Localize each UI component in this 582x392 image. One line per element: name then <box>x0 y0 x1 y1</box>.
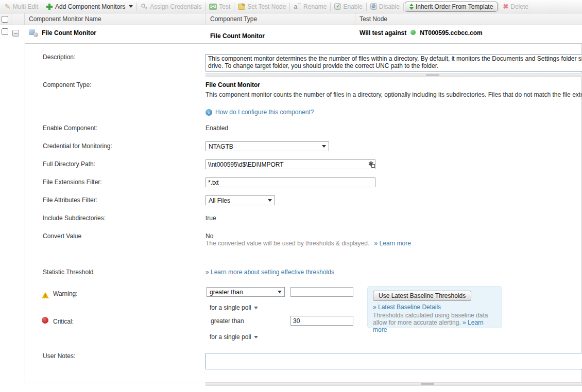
add-component-monitors-button[interactable]: Add Component Monitors <box>43 2 135 11</box>
column-header-type[interactable]: Component Type <box>206 13 355 25</box>
add-component-monitors-label: Add Component Monitors <box>55 3 125 10</box>
delete-button[interactable]: Delete <box>500 2 531 11</box>
multi-edit-label: Multi Edit <box>13 3 38 10</box>
chevron-down-icon <box>254 307 258 309</box>
credential-select[interactable]: NTAGTB <box>206 141 329 151</box>
test-button[interactable]: Test <box>207 2 233 11</box>
user-notes-textarea[interactable] <box>206 353 582 369</box>
component-type-value: File Count Monitor <box>206 81 260 88</box>
delete-x-icon <box>503 3 508 10</box>
user-notes-resize-handle[interactable] <box>206 382 582 386</box>
disable-slash-icon <box>370 3 377 10</box>
row-checkbox-cell <box>0 25 11 43</box>
test-icon <box>209 4 217 10</box>
enable-component-value: Enabled <box>206 124 228 132</box>
description-resize-handle[interactable] <box>206 73 582 77</box>
chevron-down-icon <box>129 5 133 8</box>
convert-value-value: No <box>206 233 213 240</box>
toolbar-separator <box>205 3 206 11</box>
text-cursor-icon <box>297 3 301 10</box>
chevron-down-icon <box>278 291 282 293</box>
convert-value-note-row: The converted value will be used by thre… <box>206 240 411 247</box>
baseline-thresholds-box: Use Latest Baseline Thresholds » Latest … <box>367 286 502 328</box>
inherit-order-label: Inherit Order From Template <box>416 3 493 10</box>
header-expand-cell <box>11 13 25 25</box>
toolbar-separator <box>330 3 331 11</box>
critical-poll-dropdown[interactable]: for a single poll <box>210 333 258 341</box>
row-test-node-cell: Will test against NT000595.ccbcc.com <box>355 25 582 43</box>
component-type-label: Component Type: <box>43 81 92 88</box>
component-monitor-name: File Count Monitor <box>42 29 96 37</box>
set-test-node-button[interactable]: Set Test Node <box>235 2 288 11</box>
attributes-filter-select[interactable]: All Files <box>206 195 275 205</box>
delete-label: Delete <box>510 3 528 10</box>
convert-value-note: The converted value will be used by thre… <box>206 240 369 247</box>
enable-button[interactable]: Enable <box>332 2 365 11</box>
baseline-note-row: Thresholds calculated using baseline dat… <box>373 312 498 333</box>
insert-variable-icon[interactable] <box>368 161 374 168</box>
warning-poll-label: for a single poll <box>210 304 251 311</box>
threshold-learn-more-link[interactable]: » Learn more about setting effective thr… <box>206 269 334 276</box>
toolbar-separator <box>136 3 137 11</box>
column-header-name[interactable]: Component Monitor Name <box>25 13 206 25</box>
assign-credentials-label: Assign Credentials <box>150 3 201 10</box>
directory-path-label: Full Directory Path: <box>43 161 95 168</box>
toolbar-separator <box>289 3 290 11</box>
table-row: File Count Monitor File Count Monitor Wi… <box>0 25 582 43</box>
component-monitor-editor: Multi Edit Add Component Monitors Assign… <box>0 0 582 392</box>
directory-path-input[interactable] <box>206 159 375 169</box>
rename-icon: a <box>294 3 301 10</box>
row-checkbox[interactable] <box>2 28 8 35</box>
warning-operator-value: greater than <box>210 289 243 296</box>
warning-operator-select[interactable]: greater than <box>207 287 285 297</box>
warning-icon <box>42 292 49 298</box>
row-type-cell: File Count Monitor <box>206 25 355 43</box>
test-node-name: NT000595.ccbcc.com <box>420 29 482 37</box>
latest-baseline-details-link[interactable]: » Latest Baseline Details <box>373 304 441 311</box>
credential-selected-value: NTAGTB <box>209 143 233 150</box>
row-name-cell: File Count Monitor <box>25 25 206 43</box>
disable-label: Disable <box>379 3 400 10</box>
enable-component-label: Enable Component: <box>43 124 97 132</box>
chevron-down-icon <box>268 199 272 202</box>
extensions-filter-label: File Extensions Filter: <box>43 179 102 186</box>
component-detail-panel: Description: This component monitor dete… <box>25 43 582 383</box>
row-expand-cell <box>11 25 25 43</box>
info-icon: i <box>206 109 212 116</box>
directory-path-field-wrap <box>206 159 375 169</box>
assign-credentials-button[interactable]: Assign Credentials <box>138 2 204 11</box>
pencil-icon <box>5 3 11 11</box>
inherit-order-from-template-button[interactable]: Inherit Order From Template <box>405 2 498 12</box>
component-type-value: File Count Monitor <box>210 32 265 40</box>
toolbar-separator <box>366 3 367 11</box>
disable-button[interactable]: Disable <box>368 2 402 11</box>
warning-threshold-input[interactable] <box>290 287 353 297</box>
convert-value-learn-more-link[interactable]: » Learn more <box>374 240 411 247</box>
sort-order-arrows-icon <box>409 4 414 10</box>
help-link-row: i How do I configure this component? <box>206 109 314 116</box>
chevron-down-icon <box>322 145 326 148</box>
critical-poll-label: for a single poll <box>210 333 251 341</box>
component-monitor-icon <box>29 29 39 37</box>
node-up-status-icon <box>410 30 416 35</box>
toolbar: Multi Edit Add Component Monitors Assign… <box>0 0 582 13</box>
select-all-checkbox[interactable] <box>2 16 8 23</box>
test-node-prefix: Will test against <box>360 29 406 37</box>
warning-poll-dropdown[interactable]: for a single poll <box>210 304 258 311</box>
attributes-filter-selected-value: All Files <box>209 197 230 204</box>
extensions-filter-input[interactable] <box>206 177 375 187</box>
use-latest-baseline-button[interactable]: Use Latest Baseline Thresholds <box>373 291 471 301</box>
add-plus-icon <box>46 3 53 10</box>
multi-edit-button[interactable]: Multi Edit <box>2 2 41 12</box>
critical-label: Critical: <box>53 318 74 325</box>
critical-operator-value: greater than <box>211 317 244 325</box>
description-textarea[interactable]: This component monitor determines the th… <box>206 54 582 72</box>
collapse-row-button[interactable] <box>12 30 19 37</box>
configure-help-link[interactable]: How do I configure this component? <box>215 109 314 116</box>
rename-button[interactable]: a Rename <box>291 2 329 11</box>
column-header-test-node[interactable]: Test Node <box>355 13 582 25</box>
statistic-threshold-label: Statistic Threshold <box>43 269 94 276</box>
critical-threshold-input[interactable] <box>290 316 353 326</box>
enable-check-icon <box>334 3 341 10</box>
warning-label: Warning: <box>53 290 78 297</box>
